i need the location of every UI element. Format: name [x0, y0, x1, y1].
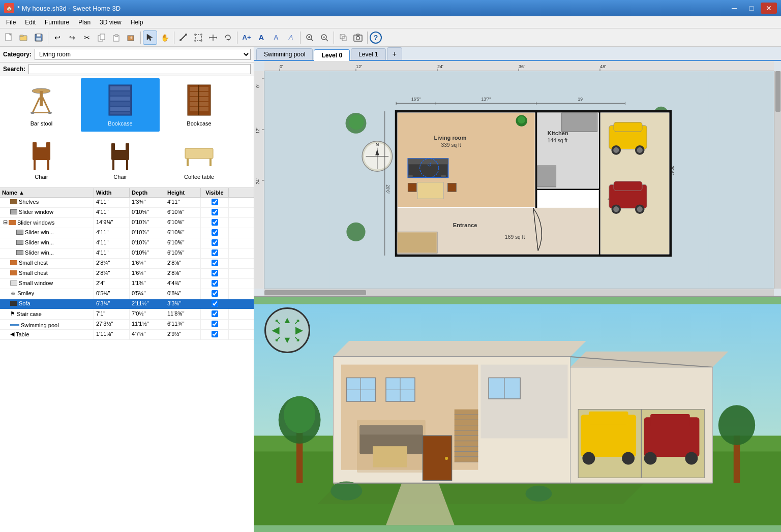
- resize-tool[interactable]: [206, 30, 220, 45]
- help-btn[interactable]: ?: [370, 32, 382, 44]
- list-row-smallchest2[interactable]: Small chest 2'8¼" 1'6¼" 2'8⅝": [0, 269, 254, 279]
- copy-button[interactable]: [95, 30, 109, 45]
- plan-top-view[interactable]: 0' 12' 24' 36' 48' 0': [254, 61, 781, 297]
- menu-furniture[interactable]: Furniture: [41, 18, 73, 27]
- visible-staircase[interactable]: [212, 310, 218, 317]
- col-name-header[interactable]: Name ▲: [0, 188, 94, 197]
- nav-downleft-arrow[interactable]: ↙: [275, 335, 281, 343]
- search-input[interactable]: [28, 64, 251, 74]
- col-height-header[interactable]: Height: [165, 188, 201, 197]
- visible-sliderwindow[interactable]: [212, 209, 218, 215]
- nav-up-arrow[interactable]: ▲: [283, 315, 292, 326]
- visible-smiley[interactable]: [212, 290, 218, 297]
- furniture-list[interactable]: Shelves 4'11" 1'3¾" 4'11" Slider window …: [0, 198, 254, 532]
- open-button[interactable]: [17, 30, 31, 45]
- furniture-item-coffeetable[interactable]: Coffee table: [160, 132, 238, 185]
- list-row-sliderwindows-group[interactable]: ⊟ Slider windows 14'9⅛" 0'10⅞" 6'10⅝": [0, 218, 254, 228]
- text-tool-a3[interactable]: A: [269, 30, 283, 45]
- minimize-button[interactable]: ─: [726, 3, 742, 14]
- svg-point-153: [613, 147, 619, 153]
- create-wall-tool[interactable]: [176, 30, 191, 45]
- nav-downright-arrow[interactable]: ↘: [294, 335, 300, 343]
- save-button[interactable]: [32, 30, 46, 45]
- zoom-in[interactable]: [303, 30, 317, 45]
- plan-3d-view[interactable]: ▲ ▼ ◀ ▶ ↖ ↗ ↙ ↘: [254, 297, 781, 532]
- text-tool-a1[interactable]: A+: [239, 30, 254, 45]
- list-row-sliderwin2[interactable]: Slider win... 4'11" 0'10⅞" 6'10⅝": [0, 238, 254, 248]
- text-tool-a2[interactable]: A: [254, 30, 268, 45]
- select-tool[interactable]: [143, 30, 157, 45]
- col-width-header[interactable]: Width: [94, 188, 130, 197]
- cut-button[interactable]: ✂: [80, 30, 94, 45]
- list-row-shelves[interactable]: Shelves 4'11" 1'3¾" 4'11": [0, 198, 254, 208]
- category-select[interactable]: Living room Bedroom Kitchen Bathroom Out…: [35, 49, 251, 60]
- tab-level0[interactable]: Level 0: [314, 49, 350, 61]
- list-row-swimmingpool[interactable]: Swimming pool 27'3½" 11'1½" 6'11¾": [0, 320, 254, 330]
- pan-tool[interactable]: ✋: [158, 30, 172, 45]
- tab-level1[interactable]: Level 1: [351, 48, 386, 60]
- nav-upright-arrow[interactable]: ↗: [294, 318, 300, 326]
- menu-plan[interactable]: Plan: [74, 18, 95, 27]
- furniture-item-barstool[interactable]: Bar stool: [2, 78, 81, 132]
- paste-button[interactable]: [109, 30, 124, 45]
- new-button[interactable]: [2, 30, 16, 45]
- visible-swimmingpool[interactable]: [212, 321, 218, 327]
- create-room-tool[interactable]: [191, 30, 205, 45]
- visible-sofa[interactable]: [212, 300, 218, 307]
- visible-sliderwin2[interactable]: [212, 239, 218, 246]
- list-row-smallwindow[interactable]: Small window 2'4" 1'1⅜" 4'4¾": [0, 279, 254, 289]
- col-visible-header[interactable]: Visible: [201, 188, 229, 197]
- svg-point-187: [685, 452, 698, 465]
- visible-smallchest1[interactable]: [212, 260, 218, 266]
- col-depth-header[interactable]: Depth: [130, 188, 165, 197]
- list-row-smiley[interactable]: ☺ Smiley 0'5¼" 0'5¼" 0'8¼": [0, 289, 254, 299]
- visible-sliderwin1[interactable]: [212, 229, 218, 236]
- menu-edit[interactable]: Edit: [21, 18, 40, 27]
- furniture-item-bookcase1[interactable]: Bookcase: [81, 78, 160, 132]
- nav-down-arrow[interactable]: ▼: [283, 335, 292, 346]
- visible-table[interactable]: [212, 331, 218, 337]
- maximize-button[interactable]: □: [743, 3, 760, 14]
- visible-smallchest2[interactable]: [212, 270, 218, 276]
- visible-shelves[interactable]: [212, 199, 218, 205]
- svg-point-19: [194, 34, 196, 36]
- menu-help[interactable]: Help: [127, 18, 147, 27]
- scrollbar-vertical[interactable]: [774, 71, 781, 289]
- visible-sliderwin3[interactable]: [212, 249, 218, 256]
- add-furniture-button[interactable]: +: [124, 30, 138, 45]
- furniture-item-chair2[interactable]: Chair: [81, 132, 160, 185]
- svg-rect-150: [614, 122, 642, 132]
- nav-left-arrow[interactable]: ◀: [272, 325, 279, 336]
- menu-3dview[interactable]: 3D view: [96, 18, 126, 27]
- close-button[interactable]: ✕: [761, 3, 777, 14]
- plan-canvas[interactable]: N 16'5" 13'7" 19': [264, 71, 774, 289]
- list-row-sliderwin3[interactable]: Slider win... 4'11" 0'10⅝" 6'10⅝": [0, 248, 254, 259]
- furniture-item-chair1[interactable]: Chair: [2, 132, 81, 185]
- visible-smallwindow[interactable]: [212, 280, 218, 287]
- svg-rect-162: [398, 233, 436, 252]
- nav-upleft-arrow[interactable]: ↖: [275, 318, 281, 326]
- furniture-item-bookcase2[interactable]: Bookcase: [160, 78, 238, 132]
- list-row-table[interactable]: ◀ Table 1'11⅝" 4'7⅛" 2'9½": [0, 330, 254, 340]
- list-row-smallchest1[interactable]: Small chest 2'8¼" 1'6¼" 2'8⅝": [0, 259, 254, 269]
- menu-file[interactable]: File: [2, 18, 20, 27]
- text-tool-a4[interactable]: A: [284, 30, 298, 45]
- nav-right-arrow[interactable]: ▶: [295, 325, 303, 336]
- visible-sliderwindows[interactable]: [212, 219, 218, 226]
- undo-button[interactable]: ↩: [50, 30, 65, 45]
- tab-swimmingpool[interactable]: Swimming pool: [256, 48, 313, 60]
- rotate-tool[interactable]: [221, 30, 235, 45]
- tab-add[interactable]: +: [387, 47, 402, 60]
- list-row-sofa[interactable]: Sofa 6'3¾" 2'11½" 3'3⅜": [0, 299, 254, 309]
- nav-circle[interactable]: ▲ ▼ ◀ ▶ ↖ ↗ ↙ ↘: [264, 307, 310, 353]
- list-row-sliderwindow[interactable]: Slider window 4'11" 0'10⅝" 6'10⅝": [0, 208, 254, 218]
- barstool-icon: [24, 84, 59, 119]
- list-row-sliderwin1[interactable]: Slider win... 4'11" 0'10⅞" 6'10⅝": [0, 228, 254, 238]
- scrollbar-horizontal[interactable]: [264, 289, 774, 296]
- furniture-grid: Bar stool Bookcase: [0, 76, 254, 188]
- list-row-staircase[interactable]: ⚑ Stair case 7'1" 7'0½" 11'8⅜": [0, 309, 254, 320]
- redo-button[interactable]: ↪: [65, 30, 79, 45]
- photo-btn[interactable]: [351, 30, 365, 45]
- 3d-view-btn[interactable]: [336, 30, 350, 45]
- zoom-out[interactable]: [317, 30, 332, 45]
